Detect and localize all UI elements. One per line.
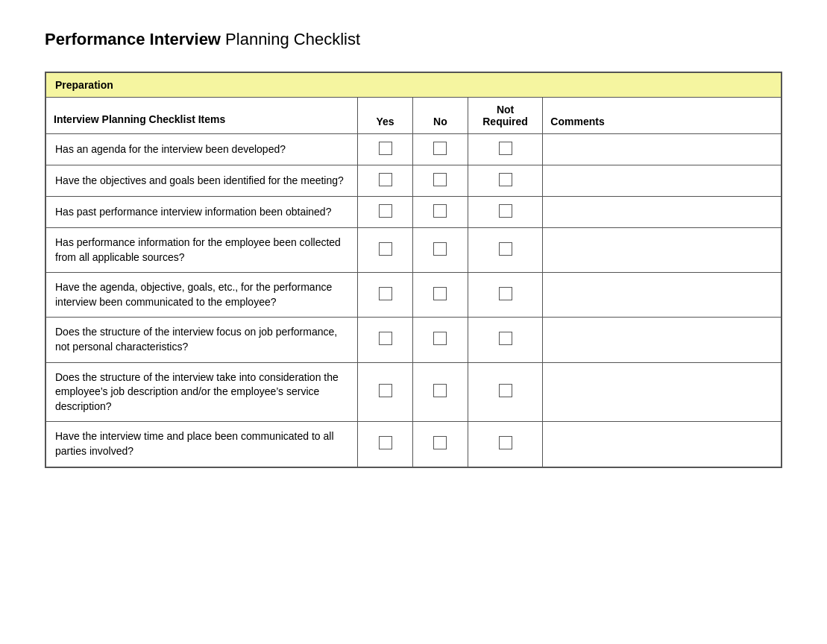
no-checkbox-cell — [412, 134, 468, 165]
no-checkbox-cell — [412, 422, 468, 467]
yes-checkbox[interactable] — [379, 287, 392, 300]
checklist-item-text: Does the structure of the interview focu… — [45, 318, 358, 362]
checklist-item-text: Has an agenda for the interview been dev… — [45, 134, 358, 165]
table-row: Does the structure of the interview focu… — [45, 318, 782, 362]
no-checkbox-cell — [412, 318, 468, 362]
yes-checkbox[interactable] — [379, 436, 392, 449]
section-header: Preparation — [45, 72, 782, 98]
col-header-not-required: NotRequired — [468, 98, 543, 134]
no-checkbox[interactable] — [433, 173, 447, 186]
yes-checkbox[interactable] — [379, 332, 392, 345]
no-checkbox-cell — [412, 228, 468, 273]
table-row: Have the agenda, objective, goals, etc.,… — [45, 273, 782, 318]
comments-cell — [543, 318, 782, 362]
yes-checkbox-cell — [358, 362, 413, 422]
comments-cell — [543, 134, 782, 165]
yes-checkbox[interactable] — [379, 204, 392, 218]
col-header-item: Interview Planning Checklist Items — [45, 98, 358, 134]
not-required-checkbox[interactable] — [499, 173, 512, 186]
comments-cell — [543, 362, 782, 422]
checklist-table: Preparation Interview Planning Checklist… — [45, 72, 782, 468]
not-required-checkbox-cell — [468, 197, 543, 228]
table-row: Has performance information for the empl… — [45, 228, 782, 273]
not-required-checkbox[interactable] — [499, 332, 512, 345]
col-header-comments: Comments — [543, 98, 782, 134]
comments-cell — [543, 273, 782, 318]
table-row: Have the interview time and place been c… — [45, 422, 782, 467]
yes-checkbox-cell — [358, 197, 413, 228]
no-checkbox[interactable] — [433, 384, 447, 397]
table-row: Have the objectives and goals been ident… — [45, 165, 782, 197]
checklist-item-text: Has performance information for the empl… — [45, 228, 358, 273]
not-required-checkbox-cell — [468, 165, 543, 197]
yes-checkbox-cell — [358, 134, 413, 165]
not-required-checkbox-cell — [468, 228, 543, 273]
not-required-checkbox-cell — [468, 134, 543, 165]
no-checkbox-cell — [412, 362, 468, 422]
yes-checkbox-cell — [358, 228, 413, 273]
no-checkbox[interactable] — [433, 204, 447, 218]
not-required-checkbox[interactable] — [499, 384, 512, 397]
no-checkbox[interactable] — [433, 436, 447, 449]
not-required-checkbox[interactable] — [499, 204, 512, 218]
no-checkbox-cell — [412, 197, 468, 228]
no-checkbox-cell — [412, 165, 468, 197]
not-required-checkbox-cell — [468, 422, 543, 467]
no-checkbox[interactable] — [433, 332, 447, 345]
not-required-checkbox-cell — [468, 362, 543, 422]
page-title: Performance Interview Planning Checklist — [45, 30, 782, 49]
yes-checkbox[interactable] — [379, 173, 392, 186]
table-row: Has past performance interview informati… — [45, 197, 782, 228]
comments-cell — [543, 165, 782, 197]
checklist-item-text: Have the objectives and goals been ident… — [45, 165, 358, 197]
col-header-no: No — [412, 98, 468, 134]
checklist-item-text: Have the interview time and place been c… — [45, 422, 358, 467]
not-required-checkbox[interactable] — [499, 436, 512, 449]
not-required-checkbox[interactable] — [499, 142, 512, 155]
yes-checkbox[interactable] — [379, 384, 392, 397]
yes-checkbox-cell — [358, 273, 413, 318]
no-checkbox[interactable] — [433, 142, 447, 155]
checklist-item-text: Have the agenda, objective, goals, etc.,… — [45, 273, 358, 318]
yes-checkbox-cell — [358, 422, 413, 467]
checklist-item-text: Has past performance interview informati… — [45, 197, 358, 228]
no-checkbox-cell — [412, 273, 468, 318]
yes-checkbox[interactable] — [379, 142, 392, 155]
not-required-checkbox-cell — [468, 318, 543, 362]
not-required-checkbox-cell — [468, 273, 543, 318]
checklist-item-text: Does the structure of the interview take… — [45, 362, 358, 422]
comments-cell — [543, 422, 782, 467]
no-checkbox[interactable] — [433, 242, 447, 256]
yes-checkbox-cell — [358, 318, 413, 362]
comments-cell — [543, 197, 782, 228]
yes-checkbox[interactable] — [379, 242, 392, 256]
comments-cell — [543, 228, 782, 273]
table-row: Has an agenda for the interview been dev… — [45, 134, 782, 165]
col-header-yes: Yes — [358, 98, 413, 134]
not-required-checkbox[interactable] — [499, 242, 512, 256]
no-checkbox[interactable] — [433, 287, 447, 300]
yes-checkbox-cell — [358, 165, 413, 197]
not-required-checkbox[interactable] — [499, 287, 512, 300]
table-row: Does the structure of the interview take… — [45, 362, 782, 422]
